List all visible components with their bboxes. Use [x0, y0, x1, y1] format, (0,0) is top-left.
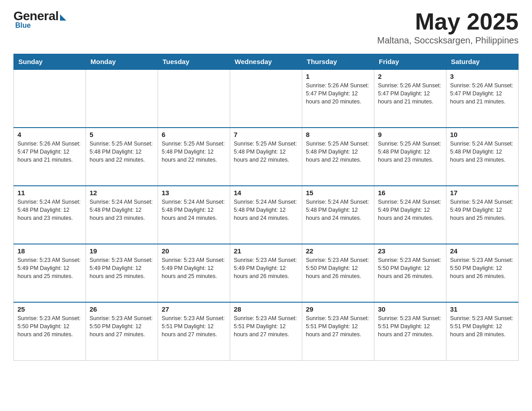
day-info: Sunrise: 5:25 AM Sunset: 5:48 PM Dayligh… [234, 140, 298, 164]
day-number: 3 [450, 73, 515, 80]
day-info: Sunrise: 5:23 AM Sunset: 5:49 PM Dayligh… [17, 256, 82, 280]
calendar-cell-w3-d2: 13Sunrise: 5:24 AM Sunset: 5:48 PM Dayli… [158, 186, 230, 244]
day-info: Sunrise: 5:25 AM Sunset: 5:48 PM Dayligh… [162, 140, 226, 164]
month-year-title: May 2025 [377, 9, 519, 34]
calendar-cell-w3-d6: 17Sunrise: 5:24 AM Sunset: 5:49 PM Dayli… [446, 186, 519, 244]
day-number: 1 [306, 73, 370, 80]
day-number: 4 [17, 131, 82, 138]
calendar-cell-w2-d3: 7Sunrise: 5:25 AM Sunset: 5:48 PM Daylig… [230, 128, 302, 186]
calendar-cell-w5-d3: 28Sunrise: 5:23 AM Sunset: 5:51 PM Dayli… [230, 302, 302, 360]
day-info: Sunrise: 5:24 AM Sunset: 5:48 PM Dayligh… [234, 198, 298, 222]
day-info: Sunrise: 5:23 AM Sunset: 5:50 PM Dayligh… [450, 256, 515, 280]
day-number: 31 [450, 305, 515, 313]
calendar-cell-w2-d0: 4Sunrise: 5:26 AM Sunset: 5:47 PM Daylig… [14, 128, 86, 186]
day-number: 16 [378, 189, 442, 197]
calendar-cell-w2-d4: 8Sunrise: 5:25 AM Sunset: 5:48 PM Daylig… [302, 128, 374, 186]
calendar-cell-w2-d6: 10Sunrise: 5:24 AM Sunset: 5:48 PM Dayli… [446, 128, 519, 186]
day-info: Sunrise: 5:23 AM Sunset: 5:51 PM Dayligh… [306, 314, 370, 338]
calendar-cell-w5-d5: 30Sunrise: 5:23 AM Sunset: 5:51 PM Dayli… [374, 302, 446, 360]
calendar-cell-w1-d1 [86, 69, 158, 128]
day-info: Sunrise: 5:23 AM Sunset: 5:50 PM Dayligh… [90, 314, 154, 338]
day-number: 11 [17, 189, 82, 197]
day-info: Sunrise: 5:25 AM Sunset: 5:48 PM Dayligh… [90, 140, 154, 164]
day-info: Sunrise: 5:24 AM Sunset: 5:49 PM Dayligh… [450, 198, 515, 222]
calendar-cell-w1-d2 [158, 69, 230, 128]
calendar-cell-w4-d5: 23Sunrise: 5:23 AM Sunset: 5:50 PM Dayli… [374, 244, 446, 302]
calendar-cell-w3-d3: 14Sunrise: 5:24 AM Sunset: 5:48 PM Dayli… [230, 186, 302, 244]
calendar-header-row: Sunday Monday Tuesday Wednesday Thursday… [14, 54, 519, 70]
col-thursday: Thursday [302, 54, 374, 70]
calendar-cell-w4-d0: 18Sunrise: 5:23 AM Sunset: 5:49 PM Dayli… [14, 244, 86, 302]
day-info: Sunrise: 5:23 AM Sunset: 5:51 PM Dayligh… [162, 314, 226, 338]
day-number: 23 [378, 247, 442, 255]
logo-triangle-icon [60, 14, 66, 21]
calendar-cell-w4-d1: 19Sunrise: 5:23 AM Sunset: 5:49 PM Dayli… [86, 244, 158, 302]
day-info: Sunrise: 5:23 AM Sunset: 5:50 PM Dayligh… [306, 256, 370, 280]
day-info: Sunrise: 5:23 AM Sunset: 5:51 PM Dayligh… [378, 314, 442, 338]
day-number: 24 [450, 247, 515, 255]
calendar-cell-w5-d4: 29Sunrise: 5:23 AM Sunset: 5:51 PM Dayli… [302, 302, 374, 360]
col-tuesday: Tuesday [158, 54, 230, 70]
day-info: Sunrise: 5:24 AM Sunset: 5:48 PM Dayligh… [162, 198, 226, 222]
day-info: Sunrise: 5:23 AM Sunset: 5:49 PM Dayligh… [90, 256, 154, 280]
day-number: 30 [378, 305, 442, 313]
page-header: General Blue May 2025 Maltana, Soccsksar… [13, 9, 519, 46]
day-info: Sunrise: 5:23 AM Sunset: 5:49 PM Dayligh… [162, 256, 226, 280]
calendar-cell-w1-d3 [230, 69, 302, 128]
calendar-cell-w5-d1: 26Sunrise: 5:23 AM Sunset: 5:50 PM Dayli… [86, 302, 158, 360]
day-info: Sunrise: 5:25 AM Sunset: 5:48 PM Dayligh… [306, 140, 370, 164]
calendar-cell-w4-d4: 22Sunrise: 5:23 AM Sunset: 5:50 PM Dayli… [302, 244, 374, 302]
day-info: Sunrise: 5:23 AM Sunset: 5:50 PM Dayligh… [17, 314, 82, 338]
day-number: 2 [378, 73, 442, 80]
day-info: Sunrise: 5:24 AM Sunset: 5:48 PM Dayligh… [450, 140, 515, 164]
calendar-week-4: 18Sunrise: 5:23 AM Sunset: 5:49 PM Dayli… [14, 244, 519, 302]
day-number: 6 [162, 131, 226, 138]
day-info: Sunrise: 5:26 AM Sunset: 5:47 PM Dayligh… [450, 81, 515, 106]
day-number: 8 [306, 131, 370, 138]
day-number: 10 [450, 131, 515, 138]
col-saturday: Saturday [446, 54, 519, 70]
day-info: Sunrise: 5:23 AM Sunset: 5:51 PM Dayligh… [234, 314, 298, 338]
calendar-week-3: 11Sunrise: 5:24 AM Sunset: 5:48 PM Dayli… [14, 186, 519, 244]
location-subtitle: Maltana, Soccsksargen, Philippines [377, 35, 519, 46]
calendar-cell-w2-d5: 9Sunrise: 5:25 AM Sunset: 5:48 PM Daylig… [374, 128, 446, 186]
calendar-cell-w1-d5: 2Sunrise: 5:26 AM Sunset: 5:47 PM Daylig… [374, 69, 446, 128]
col-friday: Friday [374, 54, 446, 70]
day-number: 19 [90, 247, 154, 255]
day-info: Sunrise: 5:26 AM Sunset: 5:47 PM Dayligh… [17, 140, 82, 164]
day-number: 5 [90, 131, 154, 138]
calendar-cell-w5-d0: 25Sunrise: 5:23 AM Sunset: 5:50 PM Dayli… [14, 302, 86, 360]
calendar-table: Sunday Monday Tuesday Wednesday Thursday… [13, 54, 519, 361]
day-info: Sunrise: 5:24 AM Sunset: 5:49 PM Dayligh… [378, 198, 442, 222]
calendar-cell-w1-d6: 3Sunrise: 5:26 AM Sunset: 5:47 PM Daylig… [446, 69, 519, 128]
day-info: Sunrise: 5:26 AM Sunset: 5:47 PM Dayligh… [306, 81, 370, 106]
calendar-cell-w1-d0 [14, 69, 86, 128]
logo-blue-text: Blue [15, 21, 31, 30]
calendar-cell-w2-d2: 6Sunrise: 5:25 AM Sunset: 5:48 PM Daylig… [158, 128, 230, 186]
calendar-cell-w2-d1: 5Sunrise: 5:25 AM Sunset: 5:48 PM Daylig… [86, 128, 158, 186]
day-number: 27 [162, 305, 226, 313]
day-number: 12 [90, 189, 154, 197]
day-number: 14 [234, 189, 298, 197]
calendar-cell-w4-d3: 21Sunrise: 5:23 AM Sunset: 5:49 PM Dayli… [230, 244, 302, 302]
calendar-cell-w4-d2: 20Sunrise: 5:23 AM Sunset: 5:49 PM Dayli… [158, 244, 230, 302]
day-info: Sunrise: 5:23 AM Sunset: 5:49 PM Dayligh… [234, 256, 298, 280]
logo[interactable]: General Blue [13, 9, 66, 30]
day-info: Sunrise: 5:24 AM Sunset: 5:48 PM Dayligh… [17, 198, 82, 222]
calendar-cell-w3-d5: 16Sunrise: 5:24 AM Sunset: 5:49 PM Dayli… [374, 186, 446, 244]
col-sunday: Sunday [14, 54, 86, 70]
day-number: 22 [306, 247, 370, 255]
day-number: 18 [17, 247, 82, 255]
calendar-cell-w3-d1: 12Sunrise: 5:24 AM Sunset: 5:48 PM Dayli… [86, 186, 158, 244]
day-info: Sunrise: 5:23 AM Sunset: 5:51 PM Dayligh… [450, 314, 515, 338]
col-wednesday: Wednesday [230, 54, 302, 70]
calendar-week-1: 1Sunrise: 5:26 AM Sunset: 5:47 PM Daylig… [14, 69, 519, 128]
day-number: 20 [162, 247, 226, 255]
calendar-cell-w3-d0: 11Sunrise: 5:24 AM Sunset: 5:48 PM Dayli… [14, 186, 86, 244]
day-number: 15 [306, 189, 370, 197]
day-info: Sunrise: 5:24 AM Sunset: 5:48 PM Dayligh… [306, 198, 370, 222]
title-block: May 2025 Maltana, Soccsksargen, Philippi… [377, 9, 519, 46]
calendar-cell-w1-d4: 1Sunrise: 5:26 AM Sunset: 5:47 PM Daylig… [302, 69, 374, 128]
calendar-cell-w5-d6: 31Sunrise: 5:23 AM Sunset: 5:51 PM Dayli… [446, 302, 519, 360]
day-info: Sunrise: 5:24 AM Sunset: 5:48 PM Dayligh… [90, 198, 154, 222]
